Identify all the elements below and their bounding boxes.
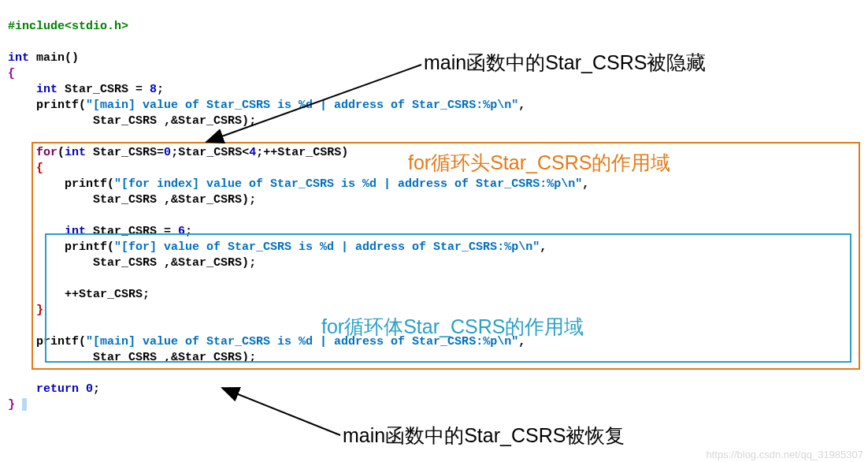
brace-close: } [8, 398, 15, 412]
fn-main: main [36, 51, 65, 65]
text-cursor [22, 398, 27, 411]
watermark: https://blog.csdn.net/qq_31985307 [707, 449, 864, 460]
str-main-1: "[main] value of Star_CSRS is %d | addre… [86, 99, 518, 112]
annotation-for-body-scope: for循环体Star_CSRS的作用域 [321, 314, 584, 340]
kw-int: int [8, 51, 29, 65]
scope-box-for-body [45, 233, 851, 363]
kw-return: return [36, 382, 79, 396]
annotation-for-header-scope: for循环头Star_CSRS的作用域 [408, 150, 670, 176]
annotation-main-restored: main函数中的Star_CSRS被恢复 [343, 423, 625, 449]
annotation-main-hidden: main函数中的Star_CSRS被隐藏 [424, 50, 706, 76]
preprocessor: #include<stdio.h> [8, 20, 128, 33]
brace-open: { [8, 67, 15, 80]
